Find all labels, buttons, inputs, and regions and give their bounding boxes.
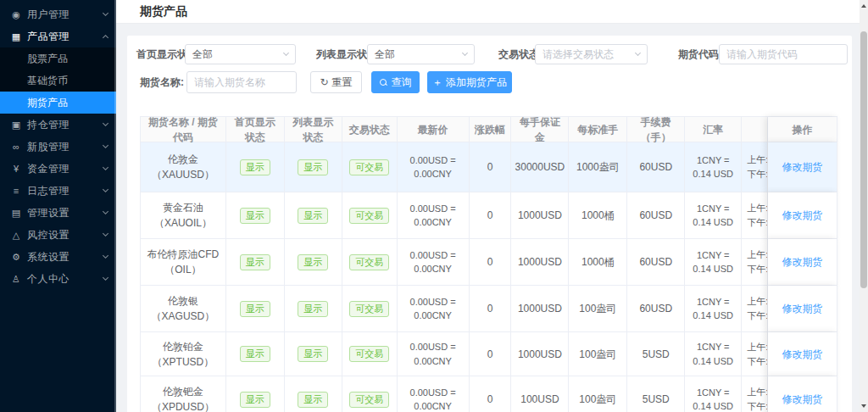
table-header-row: 期货名称 / 期货代码 首页显示状态 列表显示状态 交易状态 最新价 涨跌幅 每… bbox=[141, 117, 837, 142]
products-submenu: 股票产品 基础货币 期货产品 bbox=[0, 47, 116, 114]
edit-futures-link[interactable]: 修改期货 bbox=[782, 392, 823, 407]
cell-standard-lot: 100盎司 bbox=[569, 332, 627, 376]
home-status-badge: 显示 bbox=[240, 159, 270, 175]
trade-status-badge: 可交易 bbox=[349, 301, 389, 317]
sidebar-item-ipo[interactable]: ∞ 新股管理 bbox=[0, 136, 116, 158]
cell-standard-lot: 1000盎司 bbox=[569, 142, 627, 192]
sidebar-item-risk-settings[interactable]: △ 风控设置 bbox=[0, 224, 116, 246]
futures-name-label: 期货名称: bbox=[140, 71, 184, 92]
list-status-badge: 显示 bbox=[298, 159, 328, 175]
cell-latest-price: 0.00USD = 0.00CNY bbox=[398, 239, 470, 286]
sidebar-item-logs[interactable]: ≡ 日志管理 bbox=[0, 180, 116, 202]
cell-futures-name: 伦敦铂金（XPTUSD） bbox=[141, 332, 226, 376]
chevron-down-icon bbox=[103, 253, 108, 259]
cell-latest-price: 0.00USD = 0.00CNY bbox=[398, 332, 470, 376]
chevron-down-icon bbox=[103, 10, 108, 16]
cell-fee: 60USD bbox=[627, 239, 685, 286]
futures-code-label: 期货代码: bbox=[678, 44, 722, 64]
cell-change: 0 bbox=[470, 332, 512, 376]
sidebar-item-products[interactable]: ▦ 产品管理 bbox=[0, 25, 116, 47]
add-futures-button[interactable]: ＋添加期货产品 bbox=[427, 71, 512, 93]
chevron-down-icon bbox=[103, 142, 108, 148]
content-card: 首页显示状态: 全部 列表显示状态: 全部 交易状态: 请选择交易状态 期货代码… bbox=[127, 36, 852, 412]
table-row: 布伦特原油CFD（OIL） 显示 显示 可交易 0.00USD = 0.00CN… bbox=[141, 239, 837, 286]
cell-trading-time: 上午: 下午: bbox=[742, 332, 768, 376]
cell-trading-time: 上午: 下午: bbox=[742, 239, 768, 286]
chevron-down-icon bbox=[283, 50, 289, 56]
home-status-select[interactable]: 全部 bbox=[185, 44, 296, 64]
page-scrollbar[interactable] bbox=[860, 0, 868, 412]
edit-futures-link[interactable]: 修改期货 bbox=[782, 208, 823, 223]
cell-exchange-rate: 1CNY = 0.14 USD bbox=[685, 376, 742, 412]
edit-futures-link[interactable]: 修改期货 bbox=[782, 254, 823, 270]
profile-icon: ♙ bbox=[10, 274, 22, 285]
sidebar-item-admin-settings[interactable]: ▤ 管理设置 bbox=[0, 202, 116, 224]
cell-fee: 60USD bbox=[627, 142, 685, 192]
cell-exchange-rate: 1CNY = 0.14 USD bbox=[685, 192, 742, 239]
cell-change: 0 bbox=[470, 286, 512, 332]
scroll-up-arrow-icon[interactable] bbox=[861, 4, 866, 8]
sidebar-item-system-settings[interactable]: ⚙ 系统设置 bbox=[0, 246, 116, 268]
chevron-down-icon bbox=[103, 164, 108, 170]
sidebar: ◉ 用户管理 ▦ 产品管理 股票产品 基础货币 期货产品 ▣ 持仓管理 ∞ 新股… bbox=[0, 0, 116, 412]
cell-change: 0 bbox=[470, 142, 512, 192]
futures-code-input[interactable] bbox=[719, 44, 848, 64]
cell-latest-price: 0.00USD = 0.00CNY bbox=[398, 192, 470, 239]
chevron-down-icon bbox=[635, 50, 641, 56]
cell-fee: 60USD bbox=[627, 286, 685, 332]
list-status-badge: 显示 bbox=[298, 301, 328, 317]
edit-futures-link[interactable]: 修改期货 bbox=[782, 301, 823, 316]
submenu-item-base-currency[interactable]: 基础货币 bbox=[0, 70, 116, 92]
cell-exchange-rate: 1CNY = 0.14 USD bbox=[685, 142, 742, 192]
sidebar-item-profile[interactable]: ♙ 个人中心 bbox=[0, 268, 116, 290]
cell-exchange-rate: 1CNY = 0.14 USD bbox=[685, 332, 742, 376]
search-button[interactable]: 查询 bbox=[371, 71, 420, 93]
users-icon: ◉ bbox=[10, 9, 22, 20]
cell-futures-name: 伦敦银（XAGUSD） bbox=[141, 286, 226, 332]
cell-fee: 5USD bbox=[627, 332, 685, 376]
submenu-item-futures-products[interactable]: 期货产品 bbox=[0, 92, 116, 114]
table-row: 伦敦银（XAGUSD） 显示 显示 可交易 0.00USD = 0.00CNY … bbox=[141, 286, 837, 332]
admin-settings-icon: ▤ bbox=[10, 208, 22, 219]
trade-status-select[interactable]: 请选择交易状态 bbox=[535, 44, 648, 64]
home-status-badge: 显示 bbox=[240, 208, 270, 224]
sidebar-item-funds[interactable]: ¥ 资金管理 bbox=[0, 158, 116, 180]
system-settings-icon: ⚙ bbox=[10, 252, 22, 263]
home-status-badge: 显示 bbox=[240, 254, 270, 270]
cell-latest-price: 0.00USD = 0.00CNY bbox=[398, 142, 470, 192]
table-row: 伦敦金（XAUUSD） 显示 显示 可交易 0.00USD = 0.00CNY … bbox=[141, 142, 837, 192]
list-status-badge: 显示 bbox=[298, 346, 328, 362]
ipo-icon: ∞ bbox=[10, 142, 22, 152]
sidebar-item-positions[interactable]: ▣ 持仓管理 bbox=[0, 114, 116, 136]
cell-standard-lot: 1000桶 bbox=[569, 192, 627, 239]
sidebar-item-users[interactable]: ◉ 用户管理 bbox=[0, 3, 116, 25]
home-status-badge: 显示 bbox=[240, 301, 270, 317]
futures-name-input[interactable] bbox=[186, 71, 297, 93]
scroll-down-arrow-icon[interactable] bbox=[861, 404, 866, 408]
cell-trading-time: 上午: 下午: bbox=[742, 286, 768, 332]
cell-margin: 30000USD bbox=[511, 142, 569, 192]
list-status-badge: 显示 bbox=[298, 392, 328, 408]
list-status-select[interactable]: 全部 bbox=[367, 44, 475, 64]
plus-icon: ＋ bbox=[432, 75, 442, 90]
products-icon: ▦ bbox=[10, 31, 22, 42]
cell-change: 0 bbox=[470, 192, 512, 239]
page-title: 期货产品 bbox=[140, 4, 187, 19]
reset-button[interactable]: ↻重置 bbox=[310, 71, 362, 93]
list-status-badge: 显示 bbox=[298, 254, 328, 270]
cell-exchange-rate: 1CNY = 0.14 USD bbox=[685, 286, 742, 332]
submenu-item-stock-products[interactable]: 股票产品 bbox=[0, 47, 116, 70]
edit-futures-link[interactable]: 修改期货 bbox=[782, 347, 823, 362]
home-status-badge: 显示 bbox=[240, 392, 270, 408]
chevron-down-icon bbox=[103, 275, 108, 281]
edit-futures-link[interactable]: 修改期货 bbox=[782, 159, 823, 175]
cell-change: 0 bbox=[470, 376, 512, 412]
funds-icon: ¥ bbox=[10, 164, 22, 174]
cell-standard-lot: 100盎司 bbox=[569, 376, 627, 412]
trade-status-badge: 可交易 bbox=[349, 159, 389, 175]
trade-status-badge: 可交易 bbox=[349, 392, 389, 408]
cell-futures-name: 布伦特原油CFD（OIL） bbox=[141, 239, 226, 286]
cell-margin: 100USD bbox=[511, 376, 569, 412]
cell-futures-name: 伦敦金（XAUUSD） bbox=[141, 142, 226, 192]
scrollbar-thumb[interactable] bbox=[860, 31, 867, 288]
